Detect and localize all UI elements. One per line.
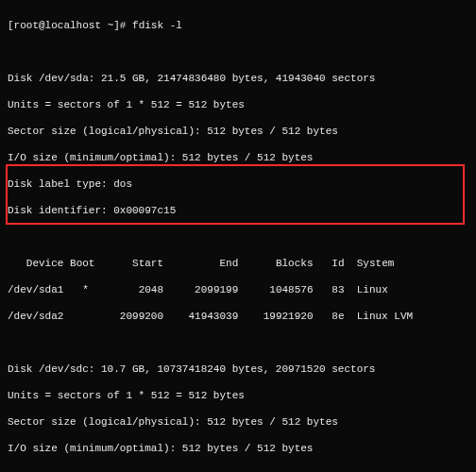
blank <box>8 336 468 349</box>
terminal-window[interactable]: [root@localhost ~]# fdisk -l Disk /dev/s… <box>0 0 476 472</box>
part-system: Linux <box>357 284 388 295</box>
part-id: 8e <box>332 311 344 322</box>
col-boot: Boot <box>70 258 94 269</box>
part-dev: /dev/sda2 <box>8 311 63 322</box>
part-start: 2048 <box>139 284 163 295</box>
blank <box>8 45 468 59</box>
disk-sda-header: Disk /dev/sda: 21.5 GB, 21474836480 byte… <box>8 72 468 85</box>
prompt-path: ~]# <box>108 20 127 31</box>
part-id: 83 <box>332 284 344 295</box>
part-header-sda: Device Boot Start End Blocks Id System <box>8 257 468 270</box>
disk-sdc-sector: Sector size (logical/physical): 512 byte… <box>8 415 468 429</box>
disk-sdc-units: Units = sectors of 1 * 512 = 512 bytes <box>8 389 468 402</box>
part-end: 2099199 <box>195 284 238 295</box>
part-sda1: /dev/sda1 * 2048 2099199 1048576 83 Linu… <box>8 283 468 296</box>
disk-sdc-header: Disk /dev/sdc: 10.7 GB, 10737418240 byte… <box>8 362 468 376</box>
col-blocks: Blocks <box>276 258 314 269</box>
part-dev: /dev/sda1 <box>8 284 63 295</box>
prompt-line-1: [root@localhost ~]# fdisk -l <box>8 19 468 32</box>
disk-sdc-io: I/O size (minimum/optimal): 512 bytes / … <box>8 442 468 455</box>
col-start: Start <box>132 258 163 269</box>
disk-sda-label: Disk label type: dos <box>8 177 468 191</box>
disk-sda-units: Units = sectors of 1 * 512 = 512 bytes <box>8 98 468 111</box>
blank <box>8 468 468 472</box>
prompt-user: [root@localhost <box>8 20 101 31</box>
col-system: System <box>357 258 395 269</box>
part-blocks: 1048576 <box>269 284 313 295</box>
part-blocks: 19921920 <box>264 311 314 322</box>
part-end: 41943039 <box>188 311 238 322</box>
disk-sda-io: I/O size (minimum/optimal): 512 bytes / … <box>8 151 468 164</box>
command-fdisk: fdisk -l <box>132 20 182 31</box>
disk-sda-ident: Disk identifier: 0x00097c15 <box>8 204 468 217</box>
part-boot: * <box>82 284 89 295</box>
col-device: Device <box>26 258 64 269</box>
col-end: End <box>219 258 238 269</box>
disk-sda-sector: Sector size (logical/physical): 512 byte… <box>8 125 468 138</box>
col-id: Id <box>332 258 344 269</box>
part-start: 2099200 <box>120 311 163 322</box>
part-sda2: /dev/sda2 2099200 41943039 19921920 8e L… <box>8 310 468 323</box>
blank <box>8 230 468 244</box>
part-system: Linux LVM <box>357 311 413 322</box>
